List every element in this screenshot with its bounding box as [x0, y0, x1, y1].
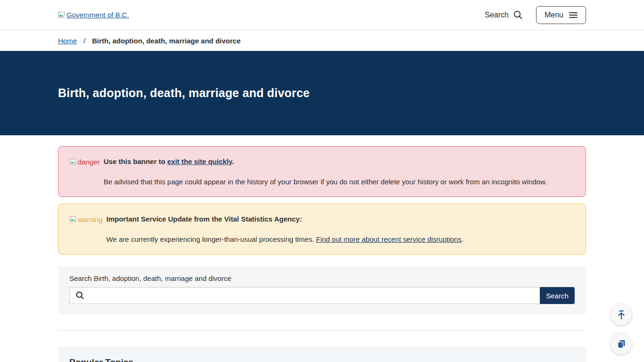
main-content: danger Use this banner to exit the site … [58, 135, 586, 362]
danger-icon-alt-text: danger [78, 158, 100, 166]
copy-page-button[interactable] [611, 333, 632, 354]
breadcrumb-current-page: Birth, adoption, death, marriage and div… [92, 37, 240, 45]
page-title: Birth, adoption, death, marriage and div… [58, 86, 586, 100]
danger-alert-body: Be advised that this page could appear i… [104, 177, 574, 187]
arrow-up-to-line-icon [616, 310, 627, 320]
warning-alert-body: We are currently experiencing longer-tha… [107, 234, 574, 245]
danger-alert-lead: Use this banner to exit the site quickly… [104, 156, 574, 167]
header-search-button[interactable]: Search [485, 10, 523, 20]
header-search-label: Search [485, 11, 509, 19]
exit-site-danger-banner: danger Use this banner to exit the site … [58, 146, 586, 197]
danger-lead-suffix: . [232, 157, 234, 165]
logo-alt-text: Government of B.C. [66, 11, 129, 19]
search-icon [513, 10, 523, 20]
search-card-label: Search Birth, adoption, death, marriage … [69, 274, 575, 282]
warning-broken-image-icon: warning [70, 214, 103, 224]
hero-banner: Birth, adoption, death, marriage and div… [0, 51, 644, 135]
broken-image-icon [58, 11, 66, 19]
warning-body-text: We are currently experiencing longer-tha… [107, 235, 316, 243]
breadcrumb-home-link[interactable]: Home [58, 37, 77, 45]
exit-site-quickly-link[interactable]: exit the site quickly [167, 157, 232, 165]
service-update-warning-banner: warning Important Service Update from th… [58, 204, 586, 255]
danger-broken-image-icon: danger [70, 156, 100, 167]
breadcrumb-bar: Home / Birth, adoption, death, marriage … [0, 30, 644, 51]
search-submit-button[interactable]: Search [540, 287, 575, 304]
warning-body-suffix: . [462, 235, 463, 243]
search-row: Search [69, 287, 575, 304]
popular-topics-section: Popular Topics [58, 347, 586, 362]
government-bc-logo-link[interactable]: Government of B.C. [58, 11, 129, 19]
header-actions: Search Menu [485, 6, 586, 24]
breadcrumb: Home / Birth, adoption, death, marriage … [58, 30, 586, 51]
menu-button[interactable]: Menu [536, 6, 586, 24]
danger-alert-content: Use this banner to exit the site quickly… [104, 156, 574, 187]
hamburger-icon [569, 12, 578, 18]
topic-search-card: Search Birth, adoption, death, marriage … [58, 266, 586, 314]
service-disruptions-link[interactable]: Find out more about recent service disru… [316, 235, 462, 243]
menu-button-label: Menu [545, 11, 563, 19]
section-divider [58, 330, 586, 331]
back-to-top-button[interactable] [611, 304, 632, 325]
copy-icon [616, 339, 627, 349]
warning-alert-content: Important Service Update from the Vital … [107, 214, 574, 245]
warning-icon-alt-text: warning [78, 215, 103, 223]
danger-lead-text: Use this banner to [104, 157, 167, 165]
popular-topics-heading: Popular Topics [69, 357, 575, 362]
breadcrumb-separator: / [83, 37, 85, 45]
site-header: Government of B.C. Search Menu [0, 0, 644, 30]
warning-alert-lead: Important Service Update from the Vital … [107, 214, 574, 224]
search-input[interactable] [69, 287, 540, 304]
